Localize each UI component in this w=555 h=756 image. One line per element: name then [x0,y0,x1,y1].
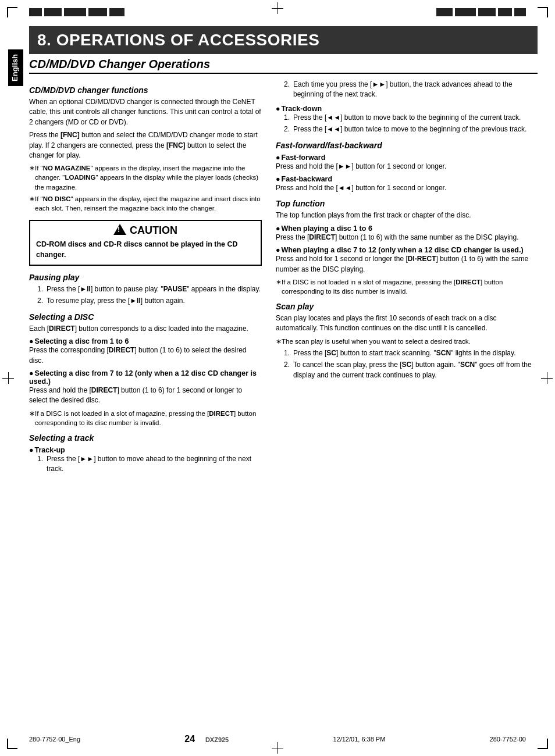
note-no-magazine: If "NO MAGAZINE" appears in the display,… [29,163,262,191]
deco-rect [29,8,42,16]
track-up-step2: 2.Each time you press the [►►] button, t… [284,80,538,100]
scan-play-step2: 2.To cancel the scan play, press the [SC… [284,360,538,380]
select-disc-intro: Each [DIRECT] button corresponds to a di… [29,324,262,334]
track-up-section: Track-up 1.Press the [►►] button to move… [29,446,262,475]
top-function-disc7to12-title: When playing a disc 7 to 12 (only when a… [276,246,538,254]
fast-forward-title: Fast-forward [276,154,538,162]
footer-doc-number: 280-7752-00_Eng [29,736,80,743]
scan-play-note: The scan play is useful when you want to… [276,337,538,346]
select-disc-1to6-title: Selecting a disc from 1 to 6 [29,337,262,345]
deco-rect [64,8,86,16]
select-disc-1to6-text: Press the corresponding [DIRECT] button … [29,345,262,366]
track-up-cont-list: 2.Each time you press the [►►] button, t… [284,80,538,100]
select-disc-7to12: Selecting a disc from 7 to 12 (only when… [29,369,262,406]
caution-box: CAUTION CD-ROM discs and CD-R discs cann… [29,220,262,266]
deco-rect [44,8,62,16]
deco-rect [455,8,476,16]
track-up-title: Track-up [29,446,262,454]
track-up-list: 1.Press the [►►] button to move ahead to… [37,454,262,475]
scan-play-list: 1.Press the [SC] button to start track s… [284,348,538,380]
track-down-title: Track-down [276,105,538,113]
section-changer-functions-title: CD/MD/DVD changer functions [29,85,262,95]
top-deco-left [29,8,124,16]
right-column: 2.Each time you press the [►►] button, t… [276,80,538,477]
crosshair-mid-left [2,372,14,384]
top-function-disc7to12: When playing a disc 7 to 12 (only when a… [276,246,538,274]
deco-rect [498,8,512,16]
track-down-step1: 1.Press the [◄◄] button to move back to … [284,113,538,123]
fast-backward-title: Fast-backward [276,175,538,183]
fast-backward-text: Press and hold the [◄◄] button for 1 sec… [276,183,538,193]
section-scan-play-title: Scan play [276,302,538,311]
crosshair-mid-right [541,372,553,384]
select-disc-7to12-title: Selecting a disc from 7 to 12 (only when… [29,369,262,386]
section-select-disc-title: Selecting a DISC [29,312,262,322]
top-function-intro: The top function plays from the first tr… [276,211,538,220]
footer-part-number: 280-7752-00 [490,736,526,743]
scan-play-step1: 1.Press the [SC] button to start track s… [284,348,538,358]
corner-mark-tr [538,7,548,17]
caution-header: CAUTION [36,224,255,237]
track-down-section: Track-down 1.Press the [◄◄] button to mo… [276,105,538,135]
top-function-note: If a DISC is not loaded in a slot of mag… [276,277,538,296]
select-disc-7to12-text: Press and hold the [DIRECT] button (1 to… [29,386,262,406]
track-up-step1: 1.Press the [►►] button to move ahead to… [37,454,262,475]
crosshair-top-center [272,2,283,14]
top-function-disc1to6: When playing a disc 1 to 6 Press the [DI… [276,224,538,243]
top-function-disc1to6-title: When playing a disc 1 to 6 [276,224,538,233]
top-deco-right [436,8,526,16]
caution-triangle-icon [113,224,126,235]
fast-forward-text: Press and hold the [►►] button for 1 sec… [276,162,538,172]
deco-rect [109,8,124,16]
changer-functions-p1: When an optional CD/MD/DVD changer is co… [29,97,262,127]
pause-step-1: 1.Press the [►II] button to pause play. … [37,284,262,294]
pausing-play-list: 1.Press the [►II] button to pause play. … [37,284,262,306]
fast-forward-section: Fast-forward Press and hold the [►►] but… [276,154,538,172]
deco-rect [88,8,107,16]
corner-mark-tl [7,7,17,17]
scan-play-intro: Scan play locates and plays the first 10… [276,313,538,334]
select-disc-note: If a DISC is not loaded in a slot of mag… [29,409,262,427]
page-title: 8. OPERATIONS OF ACCESSORIES [29,26,538,54]
pause-step-2: 2.To resume play, press the [►II] button… [37,296,262,306]
language-tab: English [8,49,23,86]
two-column-layout: CD/MD/DVD changer functions When an opti… [29,80,538,477]
main-content: 8. OPERATIONS OF ACCESSORIES CD/MD/DVD C… [29,26,538,477]
deco-rect [514,8,526,16]
note-no-disc: If "NO DISC" appears in the display, eje… [29,194,262,213]
left-column: CD/MD/DVD changer functions When an opti… [29,80,262,477]
fast-backward-section: Fast-backward Press and hold the [◄◄] bu… [276,175,538,193]
track-down-step2: 2.Press the [◄◄] button twice to move to… [284,124,538,134]
section-pausing-title: Pausing play [29,273,262,282]
deco-rect [478,8,496,16]
deco-rect [436,8,453,16]
caution-text: CD-ROM discs and CD-R discs cannot be pl… [36,239,255,260]
caution-label: CAUTION [130,224,177,237]
changer-functions-p2: Press the [FNC] button and select the CD… [29,130,262,161]
select-disc-1to6: Selecting a disc from 1 to 6 Press the c… [29,337,262,366]
page-number-display: 24 DXZ925 [184,734,229,744]
page-subtitle: CD/MD/DVD Changer Operations [29,58,538,74]
section-select-track-title: Selecting a track [29,433,262,443]
footer-date: 12/12/01, 6:38 PM [333,736,385,743]
section-top-function-title: Top function [276,199,538,208]
section-ff-fb-title: Fast-forward/fast-backward [276,141,538,150]
top-function-disc1to6-text: Press the [DIRECT] button (1 to 6) with … [276,233,538,243]
page-footer: 280-7752-00_Eng 24 DXZ925 12/12/01, 6:38… [0,734,555,744]
top-function-disc7to12-text: Press and hold for 1 second or longer th… [276,254,538,274]
track-down-list: 1.Press the [◄◄] button to move back to … [284,113,538,135]
